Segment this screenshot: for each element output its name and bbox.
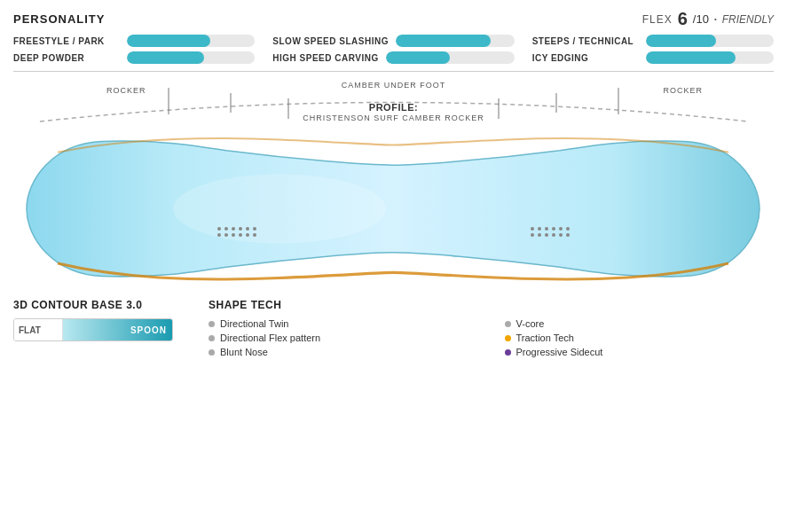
bar-label-freestyle: FREESTYLE / PARK [13,36,120,46]
bar-row-high-speed: HIGH SPEED CARVING [272,51,514,64]
bar-row-steeps: STEEPS / TECHNICAL [532,35,774,47]
bullet-progressive-sidecut [505,349,511,356]
board-section: ROCKER CAMBER UNDER FOOT ROCKER PROFILE:… [13,79,774,292]
bar-track-deep-powder [127,51,255,64]
flex-rating: FLEX 6 /10 • FRIENDLY [642,9,774,29]
spoon-bar: FLAT SPOON [13,318,173,341]
dot [559,233,563,237]
profile-label-center: CAMBER UNDER FOOT [342,81,446,90]
binding-dots-left [217,227,256,237]
contour-title: 3D CONTOUR BASE 3.0 [13,299,191,311]
dot [552,233,555,237]
bar-label-slow-speed: SLOW SPEED SLASHING [272,36,389,46]
bar-label-steeps: STEEPS / TECHNICAL [532,36,639,46]
bar-track-high-speed [386,51,514,64]
shape-label-5: Progressive Sidecut [516,347,603,357]
dot [232,233,235,237]
bullet-blunt-nose [209,349,215,356]
dot [531,227,534,231]
bar-row-freestyle: FREESTYLE / PARK [13,35,255,47]
board-wrapper [13,125,774,293]
dot [253,233,256,237]
shape-item-1: V-core [505,318,775,329]
bar-label-deep-powder: DEEP POWDER [13,53,120,63]
binding-dots-right [531,227,570,237]
dot [224,227,228,231]
spoon-gradient: SPOON [63,319,172,340]
dot-row-right-top [531,227,570,231]
divider-top [13,71,774,72]
profile-sub: CHRISTENSON SURF CAMBER ROCKER [303,113,484,122]
profile-label-right: ROCKER [663,86,703,95]
bar-track-freestyle [127,35,255,47]
dot [217,233,221,237]
bar-fill-freestyle [127,35,210,47]
shape-item-2: Directional Flex pattern [209,332,478,343]
dot [239,233,242,237]
bar-fill-icy-edging [646,51,736,64]
flex-friendly: FRIENDLY [722,13,774,26]
dot [538,233,541,237]
dot [566,227,570,231]
shape-grid: Directional Twin V-core Directional Flex… [209,318,774,357]
bullet-vcore [505,321,511,327]
shape-section: SHAPE TECH Directional Twin V-core Direc… [209,299,774,357]
profile-name: PROFILE: [369,102,418,113]
dot [239,227,242,231]
bar-track-slow-speed [396,35,515,47]
flex-denom: /10 [693,12,709,26]
shape-label-0: Directional Twin [220,318,288,329]
bar-fill-high-speed [386,51,450,64]
bar-fill-steeps [646,35,716,47]
profile-area: ROCKER CAMBER UNDER FOOT ROCKER PROFILE:… [13,79,774,128]
bar-track-steeps [646,35,774,47]
dot [232,227,235,231]
dot-row-left-top [217,227,256,231]
dot-row-right-bottom [531,233,570,237]
shape-item-4: Blunt Nose [209,347,478,357]
flex-number: 6 [678,9,688,29]
bar-fill-deep-powder [127,51,204,64]
bullet-directional-flex [209,335,215,341]
shape-label-4: Blunt Nose [220,347,268,357]
personality-title: PERSONALITY [13,12,105,26]
dot [566,233,570,237]
dot [552,227,555,231]
spoon-flat-label: FLAT [14,319,63,340]
personality-section: PERSONALITY FLEX 6 /10 • FRIENDLY FREEST… [13,9,774,64]
dot [246,233,249,237]
profile-label-left: ROCKER [106,86,146,95]
dot [559,227,563,231]
dot [545,227,548,231]
flex-dot: • [714,15,717,23]
svg-point-6 [173,174,386,243]
dot [224,233,228,237]
dot [253,227,256,231]
bar-row-icy-edging: ICY EDGING [532,51,774,64]
board-svg [13,125,774,293]
bar-row-slow-speed: SLOW SPEED SLASHING [272,35,514,47]
shape-item-5: Progressive Sidecut [505,347,775,357]
bar-fill-slow-speed [396,35,491,47]
bullet-traction-tech [505,335,511,341]
bar-label-high-speed: HIGH SPEED CARVING [272,53,379,63]
shape-label-2: Directional Flex pattern [220,332,320,343]
shape-label-1: V-core [516,318,545,329]
bars-grid: FREESTYLE / PARK SLOW SPEED SLASHING STE… [13,35,774,64]
personality-header: PERSONALITY FLEX 6 /10 • FRIENDLY [13,9,774,29]
shape-item-0: Directional Twin [209,318,478,329]
bottom-section: 3D CONTOUR BASE 3.0 FLAT SPOON SHAPE TEC… [13,299,774,357]
shape-label-3: Traction Tech [516,332,574,343]
shape-title: SHAPE TECH [209,299,774,311]
dot [538,227,541,231]
dot [246,227,249,231]
bullet-directional-twin [209,321,215,327]
bar-label-icy-edging: ICY EDGING [532,53,639,63]
dot [545,233,548,237]
dot [531,233,534,237]
flex-label: FLEX [642,13,673,26]
bar-row-deep-powder: DEEP POWDER [13,51,255,64]
bar-track-icy-edging [646,51,774,64]
dot-row-left-bottom [217,233,256,237]
shape-item-3: Traction Tech [505,332,775,343]
